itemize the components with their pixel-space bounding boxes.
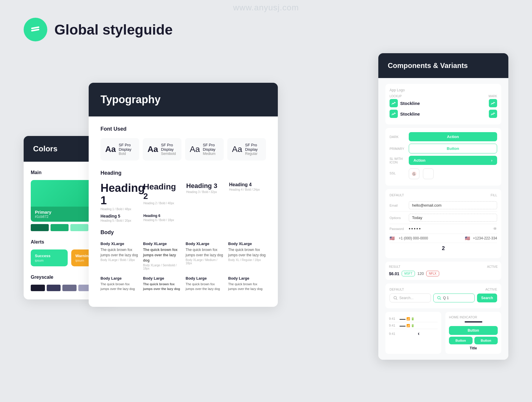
font-samples-row: Aa SF Pro Display Bold Aa SF Pro Display… [100, 138, 266, 161]
svg-point-4 [394, 296, 397, 299]
apple-button[interactable] [423, 168, 434, 179]
font-info-regular: SF Pro Display Regular [245, 143, 261, 156]
svg-rect-0 [31, 26, 39, 29]
components-card: Components & Variants App Logo LOCKUP MA… [378, 53, 508, 360]
search-icon-active [437, 296, 441, 300]
bottom-section: 9:41 ▬▬ 📶 🔋 9:41 ▬▬ 📶 🔋 [385, 312, 501, 354]
swatch-darkest [31, 224, 49, 231]
colors-title: Colors [33, 144, 57, 153]
time-1: 9:41 [389, 317, 397, 320]
google-button[interactable]: G [409, 168, 419, 179]
h6-meta: Heading 6 / Bold / 18px [143, 218, 180, 222]
search-placeholder: Search... [399, 296, 413, 300]
success-alert: Success ipsum [31, 249, 68, 266]
body-xl-regular: Body XLarge The quick brown fox jumps ov… [228, 241, 266, 270]
home-action-button[interactable]: Button [449, 326, 498, 335]
typography-title: Typography [100, 93, 160, 106]
font-bold: Aa SF Pro Display Bold [100, 138, 139, 161]
app-logo [24, 18, 47, 41]
home-btn-right[interactable]: Button [474, 337, 498, 344]
lockup-label: LOCKUP [390, 95, 402, 98]
svg-text:G: G [413, 172, 415, 176]
heading-pad-1 [186, 214, 223, 222]
options-input[interactable] [409, 214, 497, 222]
search-input-default[interactable]: Search... [390, 294, 431, 302]
time-3: 9:41 [389, 332, 397, 335]
heading-row-2: Heading 5 Heading 5 / Bold / 20px Headin… [100, 214, 266, 222]
stockline-icon-2 [390, 110, 398, 118]
btn-dark-row: DARK Action [390, 132, 497, 141]
font-aa-bold: Aa [105, 145, 116, 154]
body-section-label: Body [100, 229, 266, 236]
email-input[interactable] [409, 201, 497, 209]
social-buttons: G [409, 168, 434, 179]
app-logo-header: App Logo [390, 88, 497, 92]
home-title: Title [449, 346, 498, 350]
body-lg-medium: Body Large The quick brown fox jumps ove… [186, 276, 223, 291]
status-row-2: 9:41 ▬▬ 📶 🔋 [389, 322, 438, 329]
success-sub: ipsum [35, 259, 64, 262]
primary-button[interactable]: Action [409, 132, 497, 141]
nflx-ticker: NFLX [429, 272, 437, 275]
h5-meta: Heading 5 / Bold / 20px [100, 219, 137, 222]
password-label: Password [390, 227, 406, 231]
components-header: Components & Variants [378, 53, 508, 78]
status-icons-1: ▬▬ 📶 🔋 [400, 317, 414, 320]
body-xl-semibold: Body XLarge The quick brown fox jumps ov… [143, 241, 181, 270]
search-button[interactable]: Search [477, 294, 497, 302]
stockline-name-1: Stockline [400, 101, 420, 106]
home-btns-row: Button Button [449, 337, 498, 344]
success-label: Success [35, 254, 64, 258]
buttons-section: DARK Action PRIMARY Button SL WITH ICON … [385, 128, 501, 186]
search-header-row: DEFAULT ACTIVE [390, 288, 497, 291]
back-arrow: ‹ [400, 330, 438, 337]
stockline-icon-1 [390, 99, 398, 107]
svg-rect-1 [31, 29, 39, 32]
h5-sample: Heading 5 [100, 214, 137, 218]
page-title: Global styleguide [54, 22, 173, 38]
form-counter: 2 [390, 243, 497, 254]
icon-button[interactable]: Action › [409, 156, 497, 165]
email-label: Email [390, 204, 406, 207]
h6-sample: Heading 6 [143, 214, 180, 218]
email-row: Email [390, 199, 497, 212]
font-medium: Aa SF Pro Display Medium [185, 138, 224, 161]
home-ind-bar [465, 321, 482, 322]
heading-2-item: Heading 2 Heading 2 / Bold / 40px [143, 182, 180, 211]
heading-5-item: Heading 5 Heading 5 / Bold / 20px [100, 214, 137, 222]
body-xl-medium: Body XLarge The quick brown fox jumps ov… [186, 241, 223, 270]
heading-4-item: Heading 4 Heading 4 / Bold / 24px [229, 182, 266, 211]
form-section: DEFAULT FILL Email Options Password ••••… [385, 189, 501, 258]
nflx-badge: NFLX [426, 271, 439, 276]
phone-row-1: 🇺🇸 +1 (000) 000-0000 🇺🇸 +1234-222-334 [390, 234, 497, 243]
svg-line-5 [396, 299, 398, 300]
status-row-1: 9:41 ▬▬ 📶 🔋 [389, 315, 438, 322]
app-logo-section: App Logo LOCKUP MARK Stockline [385, 84, 501, 124]
search-value: Q 1 [443, 296, 449, 300]
msft-badge: MSFT [402, 271, 415, 276]
body-lg-semibold: Body Large The quick brown fox jumps ove… [143, 276, 181, 291]
mark-label: MARK [489, 95, 497, 98]
stock-price: $6.01 [389, 271, 399, 276]
btn-primary-label: PRIMARY [390, 147, 406, 150]
secondary-button[interactable]: Button [409, 144, 497, 153]
btn-dark-label: DARK [390, 135, 406, 139]
font-aa-regular: Aa [232, 145, 242, 154]
stock-row: $6.01 MSFT 120 NFLX [389, 271, 498, 276]
phone-value-2: +1234-222-334 [473, 236, 497, 240]
components-body: App Logo LOCKUP MARK Stockline [378, 78, 508, 360]
heading-samples-row: Heading 1 Heading 1 / Bold / 48px Headin… [100, 182, 266, 211]
search-input-active[interactable]: Q 1 [433, 294, 475, 302]
default-state-label: DEFAULT [390, 193, 404, 197]
h2-meta: Heading 2 / Bold / 40px [143, 202, 180, 205]
fill-label: FILL [491, 193, 497, 197]
home-btn-left[interactable]: Button [449, 337, 473, 344]
iphone-status-bar: 9:41 ▬▬ 📶 🔋 9:41 ▬▬ 📶 🔋 [385, 312, 441, 354]
stock-result-header: RESULT ACTIVE [389, 265, 498, 268]
stock-result-section: RESULT ACTIVE $6.01 MSFT 120 NFLX [385, 262, 501, 280]
h1-sample: Heading 1 [100, 182, 137, 207]
cards-wrapper: Colors Main Primary #1cb872 Alerts Succe… [24, 53, 508, 396]
stockline-mark-1 [489, 99, 497, 107]
font-info-bold: SF Pro Display Bold [119, 143, 134, 156]
heading-section-label: Heading [100, 170, 266, 176]
